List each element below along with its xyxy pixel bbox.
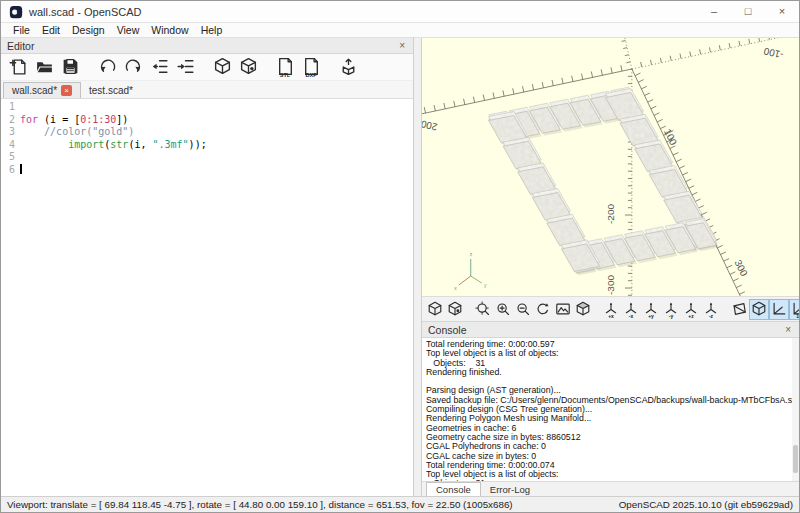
render-icon — [447, 301, 463, 317]
view-plus-z-button[interactable]: +z — [681, 299, 701, 320]
unindent-button[interactable] — [147, 55, 171, 79]
print-button[interactable] — [336, 55, 360, 79]
diagonal-view-icon — [575, 301, 591, 317]
version-text: OpenSCAD 2025.10.10 (git eb59629ad) — [619, 499, 793, 510]
menu-item-view[interactable]: View — [111, 24, 146, 36]
console-close-icon[interactable]: × — [783, 324, 793, 335]
line-number: 2 — [1, 114, 20, 127]
view-all-icon — [555, 301, 571, 317]
console-tab-console[interactable]: Console — [426, 482, 481, 496]
new-file-button[interactable] — [6, 55, 30, 79]
scrollbar-thumb[interactable] — [793, 445, 798, 473]
console-scrollbar[interactable] — [792, 338, 799, 481]
code-token: ".3mf" — [152, 139, 188, 150]
zoom-in-icon — [495, 301, 511, 317]
zoom-out-button[interactable] — [513, 299, 533, 320]
editor-tab-wallscad[interactable]: wall.scad*× — [3, 82, 81, 98]
text-cursor — [20, 164, 22, 174]
triad-label-y: y — [484, 282, 487, 288]
window-title: wall.scad - OpenSCAD — [29, 6, 142, 18]
reset-view-button[interactable] — [533, 299, 553, 320]
zoom-in-button[interactable] — [493, 299, 513, 320]
perspective-button[interactable] — [729, 299, 749, 320]
console-line: Rendering finished. — [426, 368, 799, 377]
preview-button[interactable] — [425, 299, 445, 320]
editor-tab-bar: wall.scad*×test.scad* — [1, 81, 413, 99]
tab-close-icon[interactable]: × — [61, 85, 72, 96]
editor-tab-testscad[interactable]: test.scad* — [81, 83, 141, 98]
show-axes-button[interactable] — [769, 299, 789, 320]
code-line: 5 — [1, 151, 413, 164]
indent-button[interactable] — [173, 55, 197, 79]
menu-item-edit[interactable]: Edit — [36, 24, 66, 36]
view-minus-y-button[interactable]: -y — [661, 299, 681, 320]
view-plus-x-icon — [603, 301, 619, 317]
code-token: )); — [189, 139, 207, 150]
open-button[interactable] — [32, 55, 56, 79]
view-plus-z-icon — [683, 301, 699, 317]
console-tab-error-log[interactable]: Error-Log — [481, 483, 539, 496]
preview-icon — [427, 301, 443, 317]
render-button[interactable] — [445, 299, 465, 320]
view-minus-z-button[interactable]: -z — [701, 299, 721, 320]
console-panel: Console × Total rendering time: 0:00:00.… — [422, 322, 799, 481]
view-plus-y-button[interactable]: +y — [641, 299, 661, 320]
show-scale-markers-button[interactable]: 10 — [789, 299, 800, 320]
new-file-icon — [9, 57, 28, 76]
triad-label-z: z — [470, 251, 473, 257]
tab-label: wall.scad* — [12, 85, 57, 96]
code-token: ]) — [116, 114, 128, 125]
menu-item-file[interactable]: File — [7, 24, 36, 36]
menu-item-window[interactable]: Window — [145, 24, 194, 36]
code-token: //color("gold") — [20, 126, 134, 137]
redo-icon — [124, 57, 143, 76]
line-number: 6 — [1, 164, 20, 177]
triad-label-x: x — [454, 285, 457, 291]
code-editor[interactable]: 12for (i = [0:1:30])3 //color("gold")4 i… — [1, 99, 413, 496]
show-scale-markers-icon — [791, 301, 800, 317]
view-minus-x-icon — [623, 301, 639, 317]
axis-label: -100 — [762, 45, 784, 60]
export-dxf-button[interactable]: DXF — [299, 55, 323, 79]
editor-close-icon[interactable]: × — [397, 40, 407, 51]
menu-item-design[interactable]: Design — [66, 24, 111, 36]
diagonal-view-button[interactable] — [573, 299, 593, 320]
save-button[interactable] — [58, 55, 82, 79]
view-all-button[interactable] — [553, 299, 573, 320]
3d-viewport[interactable]: 200-100100300-200-300xyz — [422, 38, 799, 296]
zoom-all-button[interactable] — [473, 299, 493, 320]
code-token: (i = [ — [38, 114, 80, 125]
view-minus-x-button[interactable]: -x — [621, 299, 641, 320]
export-stl-button[interactable]: STL — [273, 55, 297, 79]
preview-button[interactable] — [210, 55, 234, 79]
axis-label: 300 — [733, 258, 750, 278]
axis-label: -300 — [605, 275, 616, 295]
minimize-button[interactable]: – — [697, 1, 731, 22]
line-number: 1 — [1, 101, 20, 114]
code-token: for — [20, 114, 38, 125]
editor-panel: Editor × STLDXF wall.scad*×test.scad* 12… — [1, 38, 414, 496]
code-line: 3 //color("gold") — [1, 126, 413, 139]
code-line: 6 — [1, 164, 413, 177]
console-dock-titlebar: Console × — [422, 322, 799, 338]
orthogonal-button[interactable] — [749, 299, 769, 320]
maximize-button[interactable]: □ — [731, 1, 765, 22]
code-token: import — [68, 139, 104, 150]
code-line: 1 — [1, 101, 413, 114]
show-axes-icon — [771, 301, 787, 317]
console-output[interactable]: Total rendering time: 0:00:00.597Top lev… — [422, 338, 799, 481]
menu-item-help[interactable]: Help — [195, 24, 229, 36]
redo-button[interactable] — [121, 55, 145, 79]
close-button[interactable]: × — [765, 1, 799, 22]
view-plus-x-button[interactable]: +x — [601, 299, 621, 320]
undo-icon — [98, 57, 117, 76]
view-plus-y-icon — [643, 301, 659, 317]
console-dock-title: Console — [428, 324, 467, 336]
print-icon — [339, 57, 358, 76]
console-line: Objects: 31 — [426, 479, 799, 481]
status-bar: Viewport: translate = [ 69.84 118.45 -4.… — [1, 496, 799, 512]
render-button[interactable] — [236, 55, 260, 79]
editor-dock-title: Editor — [7, 40, 34, 52]
panel-splitter[interactable] — [414, 38, 421, 496]
undo-button[interactable] — [95, 55, 119, 79]
